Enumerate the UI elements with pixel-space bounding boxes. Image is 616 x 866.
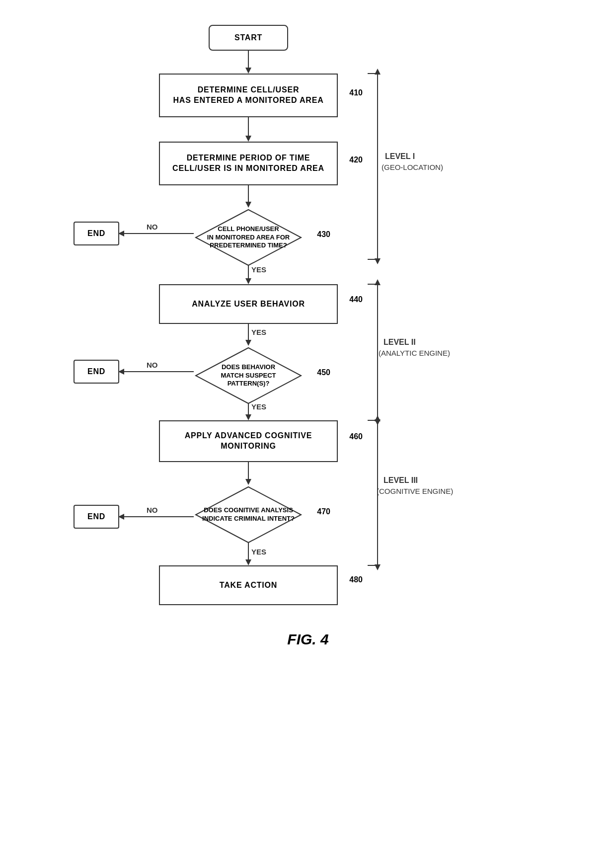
figure-caption: FIG. 4	[0, 631, 616, 648]
svg-text:NO: NO	[147, 361, 158, 369]
svg-marker-40	[375, 419, 381, 425]
svg-marker-19	[245, 414, 251, 420]
svg-marker-46	[375, 415, 381, 421]
svg-marker-32	[375, 69, 381, 75]
svg-text:(GEO-LOCATION): (GEO-LOCATION)	[382, 163, 443, 171]
node-430-container: CELL PHONE/USERIN MONITORED AREA FORPRED…	[194, 208, 303, 267]
ref-410: 410	[349, 88, 363, 97]
svg-marker-47	[375, 564, 381, 570]
svg-marker-5	[245, 202, 251, 208]
svg-marker-1	[245, 68, 251, 74]
svg-marker-22	[245, 479, 251, 485]
svg-text:NO: NO	[147, 506, 158, 514]
end-box-430: END	[74, 222, 119, 245]
end-box-450: END	[74, 360, 119, 384]
node-440: ANALYZE USER BEHAVIOR	[159, 284, 338, 324]
start-box: START	[209, 25, 288, 51]
node-470-container: DOES COGNITIVE ANALYSISINDICATE CRIMINAL…	[194, 485, 303, 545]
svg-text:LEVEL III: LEVEL III	[384, 476, 418, 484]
end-label-470: END	[74, 505, 119, 529]
svg-text:LEVEL I: LEVEL I	[385, 152, 415, 160]
svg-marker-39	[375, 279, 381, 285]
svg-marker-3	[245, 136, 251, 142]
figure-caption-text: FIG. 4	[287, 631, 328, 647]
ref-450: 450	[317, 368, 330, 377]
svg-marker-27	[245, 559, 251, 565]
ref-420: 420	[349, 156, 363, 164]
svg-text:NO: NO	[147, 223, 158, 231]
node-480: TAKE ACTION	[159, 565, 338, 605]
svg-marker-13	[245, 340, 251, 346]
node-450-container: DOES BEHAVIORMATCH SUSPECTPATTERN(S)? 45…	[194, 346, 303, 405]
ref-460: 460	[349, 432, 363, 441]
node-410-container: DETERMINE CELL/USERHAS ENTERED A MONITOR…	[159, 74, 338, 117]
node-420: DETERMINE PERIOD OF TIMECELL/USER IS IN …	[159, 142, 338, 185]
node-460: APPLY ADVANCED COGNITIVEMONITORING	[159, 420, 338, 462]
node-410: DETERMINE CELL/USERHAS ENTERED A MONITOR…	[159, 74, 338, 117]
ref-440: 440	[349, 295, 363, 304]
svg-marker-33	[375, 258, 381, 264]
svg-text:LEVEL II: LEVEL II	[384, 338, 416, 346]
end-label-430: END	[74, 222, 119, 245]
svg-text:YES: YES	[251, 548, 266, 556]
svg-marker-10	[245, 278, 251, 284]
end-label-450: END	[74, 360, 119, 384]
node-450-text: DOES BEHAVIORMATCH SUSPECTPATTERN(S)?	[194, 346, 303, 405]
node-460-container: APPLY ADVANCED COGNITIVEMONITORING 460	[159, 420, 338, 462]
start-label: START	[209, 25, 288, 51]
node-480-container: TAKE ACTION 480	[159, 565, 338, 601]
node-440-container: ANALYZE USER BEHAVIOR 440	[159, 284, 338, 323]
ref-470: 470	[317, 507, 330, 516]
ref-480: 480	[349, 575, 363, 584]
node-430-text: CELL PHONE/USERIN MONITORED AREA FORPRED…	[194, 208, 303, 267]
ref-430: 430	[317, 230, 330, 239]
svg-text:YES: YES	[251, 328, 266, 336]
svg-text:(ANALYTIC ENGINE): (ANALYTIC ENGINE)	[379, 349, 450, 357]
svg-text:(COGNITIVE ENGINE): (COGNITIVE ENGINE)	[377, 487, 453, 495]
node-470-text: DOES COGNITIVE ANALYSISINDICATE CRIMINAL…	[194, 485, 303, 545]
node-420-container: DETERMINE PERIOD OF TIMECELL/USER IS IN …	[159, 142, 338, 185]
end-box-470: END	[74, 505, 119, 529]
